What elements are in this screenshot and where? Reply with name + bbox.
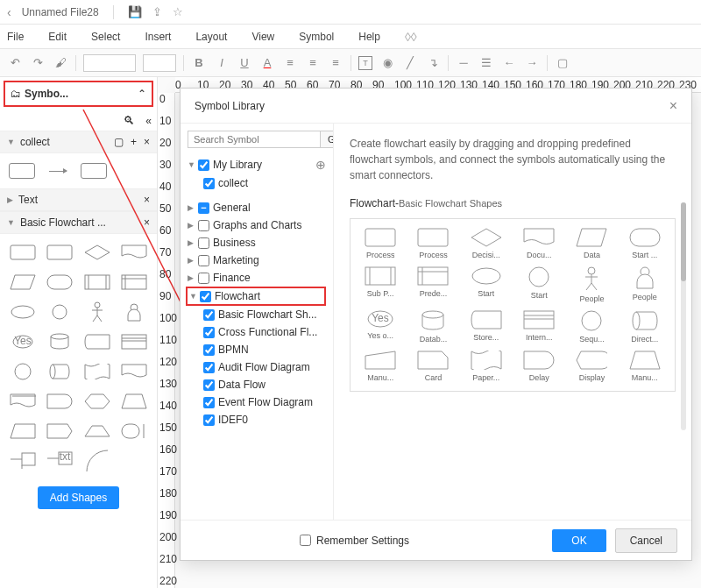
paint-icon[interactable]: 🖌 [53,56,68,69]
preview-shape[interactable]: Sub P... [356,266,405,303]
search-icon[interactable]: ◊◊ [405,30,417,44]
text-tool-icon[interactable]: T [358,56,372,70]
preview-shape[interactable]: Docu... [514,228,563,259]
align-icon[interactable]: ≡ [282,56,298,69]
palette-shape[interactable] [81,390,113,413]
menu-help[interactable]: Help [358,31,380,43]
preview-shape[interactable]: Intern... [514,310,563,344]
preview-shape[interactable]: People [567,266,616,303]
line-weight-icon[interactable]: ☰ [478,56,494,69]
search-input[interactable] [188,131,321,148]
menu-select[interactable]: Select [91,31,120,43]
tree-finance[interactable]: ▶Finance [188,269,326,287]
palette-shape[interactable] [7,390,39,413]
menu-view[interactable]: View [251,31,274,43]
preview-shape[interactable]: Decisi... [462,228,511,259]
size-select[interactable] [143,54,176,72]
palette-shape[interactable] [81,330,113,353]
palette-shape[interactable] [81,241,113,264]
palette-shape[interactable] [44,360,75,383]
preview-shape[interactable]: Delay [514,351,563,382]
palette-shape[interactable] [118,271,150,294]
tree-sub[interactable]: BPMN [203,341,326,358]
chevron-up-icon[interactable]: ⌃ [138,88,146,100]
palette-shape[interactable] [44,420,75,443]
close-icon[interactable]: × [144,216,150,229]
palette-shape[interactable] [81,420,113,443]
preview-shape[interactable]: Datab... [408,310,457,344]
preview-shape[interactable]: Display [567,351,616,382]
go-button[interactable]: GO [321,131,334,148]
edit-icon[interactable]: ▢ [114,136,124,148]
menu-layout[interactable]: Layout [195,31,227,43]
tree-sub[interactable]: Cross Functional Fl... [203,323,326,341]
preview-shape[interactable]: Direct... [620,310,669,344]
palette-shape[interactable] [118,330,150,353]
tree-collect[interactable]: collect [203,174,326,192]
palette-shape[interactable] [44,390,75,413]
close-icon[interactable]: × [144,194,150,206]
preview-shape[interactable]: Start [462,266,511,303]
menu-insert[interactable]: Insert [145,31,171,43]
menu-file[interactable]: File [7,31,24,43]
tree-my-library[interactable]: ▼My Library⊕ [188,155,326,174]
tree-flowchart[interactable]: ▼Flowchart [186,287,326,306]
preview-shape[interactable]: People [620,266,669,303]
palette-shape[interactable] [118,420,150,443]
italic-icon[interactable]: I [214,56,230,69]
symbol-panel-header[interactable]: 🗂 Symbo... ⌃ [4,81,153,107]
star-icon[interactable]: ☆ [173,5,183,18]
palette-shape[interactable] [44,241,75,264]
redo-icon[interactable]: ↷ [30,56,46,69]
palette-shape[interactable] [7,360,39,383]
tree-sub[interactable]: Audit Flow Diagram [203,358,326,376]
palette-shape[interactable] [118,301,150,323]
bold-icon[interactable]: B [191,56,207,69]
underline-icon[interactable]: U [237,56,252,69]
palette-shape[interactable] [118,241,150,264]
shape-tool-icon[interactable]: ▢ [555,56,570,69]
arrow-end-icon[interactable]: → [524,56,540,69]
arrow-start-icon[interactable]: ← [501,56,517,69]
close-icon[interactable]: × [144,136,150,148]
plus-icon[interactable]: + [131,136,137,148]
palette-shape[interactable] [7,450,39,472]
preview-shape[interactable]: Start ... [620,228,669,259]
tree-sub[interactable]: IDEF0 [203,411,326,429]
font-color-icon[interactable]: A [259,56,275,69]
shape-process-2[interactable] [81,163,107,179]
preview-shape[interactable]: Sequ... [567,310,616,344]
spacing-icon[interactable]: ≡ [328,56,343,69]
section-collect[interactable]: ▼ collect ▢+× [0,131,157,153]
scrollbar[interactable] [681,202,686,430]
palette-shape[interactable] [81,271,113,294]
font-select[interactable] [83,54,136,72]
palette-shape[interactable] [7,301,39,323]
palette-shape[interactable] [118,390,150,413]
palette-shape[interactable] [118,360,150,383]
tree-general[interactable]: ▶−General [188,199,326,216]
preview-shape[interactable]: Manu... [620,351,669,382]
palette-shape[interactable] [44,330,75,353]
remember-checkbox[interactable]: Remember Settings [300,535,409,547]
tree-sub[interactable]: Event Flow Diagram [203,393,326,411]
preview-shape[interactable]: Paper... [462,351,511,382]
palette-shape[interactable] [44,271,75,294]
tree-marketing[interactable]: ▶Marketing [188,251,326,269]
preview-shape[interactable]: Manu... [356,351,405,382]
add-shapes-button[interactable]: Add Shapes [38,486,119,509]
palette-shape[interactable] [7,241,39,264]
palette-shape[interactable] [81,301,113,323]
line-icon[interactable]: ╱ [402,56,418,69]
line-style-icon[interactable]: ─ [456,56,471,69]
connector-icon[interactable]: ↴ [425,56,441,69]
valign-icon[interactable]: ≡ [305,56,321,69]
palette-shape[interactable] [81,360,113,383]
ok-button[interactable]: OK [552,529,605,552]
save-icon[interactable]: 💾 [128,5,142,18]
section-basic-flowchart[interactable]: ▼ Basic Flowchart ... × [0,211,157,234]
tree-sub[interactable]: Basic Flowchart Sh... [203,306,326,323]
preview-shape[interactable]: Data [567,228,616,259]
preview-shape[interactable]: Store... [462,310,511,344]
preview-shape[interactable]: Process [356,228,405,259]
